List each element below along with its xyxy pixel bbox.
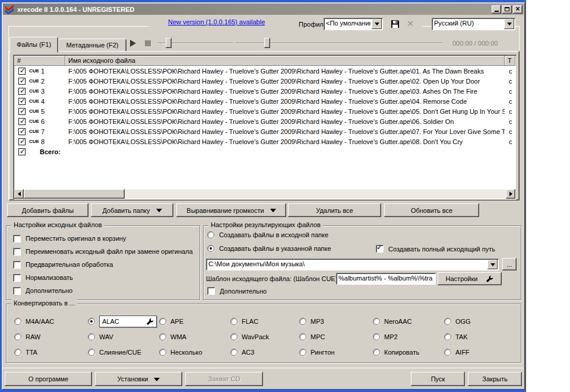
column-header-number[interactable]: # bbox=[14, 56, 65, 66]
close-button[interactable]: × bbox=[513, 5, 522, 14]
radio-mp2[interactable] bbox=[373, 333, 380, 340]
row-checkbox[interactable] bbox=[18, 68, 26, 75]
delete-profile-button[interactable]: ✕ bbox=[406, 18, 415, 29]
volume-leveling-button[interactable]: Выравнивание громкости bbox=[176, 203, 286, 217]
radio-wavpack[interactable] bbox=[230, 333, 238, 340]
format-option-alac[interactable]: ALAC bbox=[88, 314, 159, 329]
scroll-left-button[interactable] bbox=[14, 189, 24, 199]
checkbox-option-переместить-оригинал-в-корзину[interactable]: Переместить оригинал в корзину bbox=[13, 232, 193, 245]
play-button[interactable] bbox=[129, 38, 140, 49]
advanced-checkbox[interactable] bbox=[207, 287, 215, 295]
language-combobox[interactable]: Русский (RU) bbox=[432, 18, 515, 30]
maximize-button[interactable] bbox=[502, 5, 512, 14]
table-row[interactable]: CUE3F:\005 ФОНОТЕКА\LOSSLESS\РОК\Richard… bbox=[14, 86, 515, 96]
checkbox[interactable] bbox=[13, 261, 21, 269]
minimize-button[interactable] bbox=[492, 5, 501, 14]
format-option-aiff[interactable]: AIFF bbox=[444, 345, 515, 360]
tab-metadata[interactable]: Метаданные (F2) bbox=[58, 39, 126, 51]
checkbox-option-нормализовать[interactable]: Нормализовать bbox=[13, 271, 193, 284]
radio-custom-folder[interactable] bbox=[207, 245, 214, 252]
remove-all-button[interactable]: Удалить все bbox=[288, 203, 381, 217]
about-button[interactable]: О программе bbox=[5, 372, 92, 386]
template-settings-button[interactable]: Настройки bbox=[438, 272, 502, 285]
titlebar[interactable]: xrecode II 1.0.0.164 - UNREGISTERED × bbox=[3, 4, 524, 15]
table-row[interactable]: CUE6F:\005 ФОНОТЕКА\LOSSLESS\РОК\Richard… bbox=[14, 116, 515, 126]
radio-tak[interactable] bbox=[444, 333, 451, 340]
refresh-all-button[interactable]: Обновить все bbox=[384, 203, 479, 217]
radio-wma[interactable] bbox=[159, 333, 166, 340]
radio-tta[interactable] bbox=[14, 349, 21, 356]
format-option-mp3[interactable]: MP3 bbox=[299, 314, 373, 329]
stop-button[interactable] bbox=[144, 39, 152, 47]
row-checkbox[interactable] bbox=[18, 108, 26, 115]
scrollbar-track[interactable] bbox=[24, 189, 506, 199]
format-option-wavpack[interactable]: WavPack bbox=[230, 329, 299, 345]
column-header-type[interactable]: Т bbox=[505, 56, 515, 66]
radio-mpc[interactable] bbox=[299, 333, 306, 340]
row-checkbox[interactable] bbox=[18, 128, 26, 135]
table-row[interactable]: CUE5F:\005 ФОНОТЕКА\LOSSLESS\РОК\Richard… bbox=[14, 106, 515, 116]
volume-slider[interactable] bbox=[236, 38, 442, 49]
template-input[interactable]: %albumartist% - %album%\%tra bbox=[336, 273, 436, 285]
format-option-mpc[interactable]: MPC bbox=[299, 329, 373, 345]
save-profile-button[interactable] bbox=[390, 18, 400, 29]
format-option-tak[interactable]: TAK bbox=[444, 329, 515, 345]
radio-ape[interactable] bbox=[159, 318, 166, 325]
format-option-копировать[interactable]: Копировать bbox=[373, 345, 444, 360]
browse-button[interactable]: ... bbox=[502, 258, 517, 270]
radio-m4a-aac[interactable] bbox=[14, 318, 21, 325]
add-folder-button[interactable]: Добавить папку bbox=[91, 203, 173, 217]
radio-source-folder[interactable] bbox=[207, 231, 214, 238]
radio-слияние-cue[interactable] bbox=[88, 349, 95, 356]
radio-aiff[interactable] bbox=[444, 349, 451, 356]
radio-alac[interactable] bbox=[88, 318, 95, 325]
total-checkbox[interactable] bbox=[18, 148, 26, 155]
format-option-raw[interactable]: RAW bbox=[14, 329, 88, 345]
profile-dropdown-button[interactable] bbox=[372, 19, 382, 29]
add-files-button[interactable]: Добавить файлы bbox=[7, 203, 88, 217]
selected-format-box[interactable]: ALAC bbox=[99, 315, 157, 327]
format-option-flac[interactable]: FLAC bbox=[230, 314, 299, 329]
format-option-neroaac[interactable]: NeroAAC bbox=[373, 314, 444, 329]
settings-button[interactable]: Установки bbox=[95, 372, 182, 386]
slider-thumb[interactable] bbox=[166, 38, 172, 48]
horizontal-scrollbar[interactable] bbox=[14, 189, 515, 199]
format-option-m4a-aac[interactable]: M4A/AAC bbox=[14, 314, 88, 329]
radio-ac3[interactable] bbox=[230, 349, 238, 356]
radio-рингтон[interactable] bbox=[299, 349, 306, 356]
checkbox-option-переименовать-исходный-файл-при-замене-оригинала[interactable]: Переименовать исходный файл при замене о… bbox=[13, 245, 193, 258]
row-checkbox[interactable] bbox=[18, 78, 26, 85]
format-option-слияние-cue[interactable]: Слияние/CUE bbox=[88, 345, 159, 360]
radio-option-custom-folder[interactable]: Создавать файлы в указанной папке bbox=[207, 245, 331, 252]
table-row[interactable]: CUE7F:\005 ФОНОТЕКА\LOSSLESS\РОК\Richard… bbox=[14, 126, 515, 136]
close-app-button[interactable]: Закрыть bbox=[468, 372, 522, 386]
radio-flac[interactable] bbox=[230, 318, 238, 325]
table-row[interactable]: CUE4F:\005 ФОНОТЕКА\LOSSLESS\РОК\Richard… bbox=[14, 96, 515, 106]
format-option-ac3[interactable]: AC3 bbox=[230, 345, 299, 360]
full-path-checkbox[interactable] bbox=[376, 245, 384, 253]
start-button[interactable]: Пуск bbox=[411, 372, 465, 386]
tab-files[interactable]: Файлы (F1) bbox=[10, 37, 58, 52]
scrollbar-thumb[interactable] bbox=[24, 189, 125, 199]
format-option-ape[interactable]: APE bbox=[159, 314, 230, 329]
radio-mp3[interactable] bbox=[299, 318, 306, 325]
update-link[interactable]: New version (1.0.0.165) available bbox=[168, 18, 265, 26]
checkbox[interactable] bbox=[13, 287, 21, 295]
checkbox-option-дополнительно[interactable]: Дополнительно bbox=[13, 284, 193, 297]
format-option-несколько[interactable]: Несколько bbox=[159, 345, 230, 360]
format-option-ogg[interactable]: OGG bbox=[444, 314, 515, 329]
checkbox[interactable] bbox=[13, 235, 21, 243]
checkbox[interactable] bbox=[13, 274, 21, 282]
radio-neroaac[interactable] bbox=[373, 318, 380, 325]
row-checkbox[interactable] bbox=[18, 118, 26, 125]
row-checkbox[interactable] bbox=[18, 138, 26, 145]
format-option-wma[interactable]: WMA bbox=[159, 329, 230, 345]
format-option-mp2[interactable]: MP2 bbox=[373, 329, 444, 345]
table-row[interactable]: CUE8F:\005 ФОНОТЕКА\LOSSLESS\РОК\Richard… bbox=[14, 136, 515, 146]
row-checkbox[interactable] bbox=[18, 88, 26, 95]
column-header-name[interactable]: Имя исходного файла bbox=[65, 56, 505, 66]
seek-slider[interactable] bbox=[157, 38, 233, 49]
row-checkbox[interactable] bbox=[18, 98, 26, 105]
radio-несколько[interactable] bbox=[159, 349, 166, 356]
slider-thumb[interactable] bbox=[264, 38, 270, 48]
